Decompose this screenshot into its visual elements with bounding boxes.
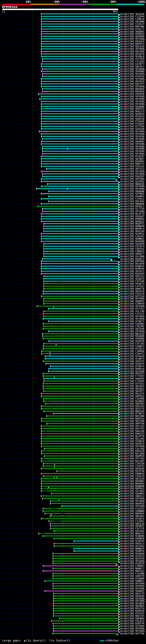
alignment-start-tick [41,353,42,355]
alignment-start-tick [41,78,41,80]
alignment-bar [45,356,118,356]
alignment-bar [41,24,118,24]
alignment-start-tick [51,492,52,494]
alignment-bar [41,473,118,474]
alignment-bar [44,391,118,392]
alignment-start-tick [41,425,41,427]
hit-row: UniRef100_Q4T7U6 [0,632,146,635]
subject-gap-thin-segment [45,461,47,462]
subject-gap-thin-segment [51,509,57,509]
alignment-start-tick [44,223,44,225]
alignment-start-tick [41,23,41,25]
alignment-bar [54,546,118,546]
alignment-start-tick [41,450,42,452]
alignment-start-tick [48,190,49,192]
alignment-bar [43,346,118,346]
alignment-bar [41,46,118,47]
alignment-start-tick [53,608,54,610]
alignment-bar [54,616,118,616]
alignment-bar [43,338,118,339]
alignment-start-tick [41,48,41,50]
alignment-start-tick [41,13,41,15]
alignment-bar [53,623,118,624]
scale-label: ~80% [109,0,116,3]
alignment-bar [44,256,118,257]
alignment-bar [54,413,118,414]
alignment-bar [43,91,118,92]
alignment-bar [43,146,118,147]
alignment-bar [41,36,118,37]
alignment-start-tick [41,260,41,262]
alignment-bar [41,241,118,242]
alignment-bar [42,353,118,354]
alignment-start-tick [53,630,54,632]
alignment-start-tick [41,63,41,65]
alignment-bar [41,486,118,486]
alignment-mid-tick [67,188,68,190]
alignment-bar [41,478,118,479]
alignment-bar [42,481,118,482]
subject-gap-thin-segment [43,490,47,491]
subject-gap-thin-segment [43,491,47,492]
alignment-bar [43,211,118,212]
alignment-start-tick [44,300,44,302]
alignment-start-tick [44,228,44,230]
alignment-start-tick [44,245,44,248]
alignment-start-tick [41,430,41,432]
alignment-bar [51,500,118,502]
subject-gap-thin-segment [51,508,57,508]
alignment-start-tick [44,390,44,392]
alignment-start-tick [44,343,44,345]
alignment-start-tick [53,610,54,612]
alignment-start-tick [42,498,43,500]
alignment-start-tick [41,86,41,88]
scale-swatch-icon [100,640,104,641]
hit-label[interactable]: UniRef100_Q4T7U6 [120,632,145,635]
alignment-start-tick [53,600,54,602]
alignment-start-tick [43,328,43,330]
alignment-start-tick [54,530,54,532]
alignment-start-tick [44,253,44,255]
alignment-start-tick [45,358,45,360]
alignment-bar [44,278,118,279]
alignment-bar [42,418,118,419]
alignment-start-tick [41,16,41,18]
alignment-bar [44,343,118,344]
alignment-bar [41,128,118,129]
alignment-start-tick [44,243,44,245]
alignment-bar [43,293,118,294]
alignment-start-tick [41,468,41,470]
alignment-start-tick [41,140,41,142]
alignment-bar [54,630,118,632]
alignment-start-tick [74,540,74,542]
alignment-bar [39,533,118,534]
alignment-bar [43,388,118,389]
alignment-bar [44,298,118,299]
alignment-bar [43,386,118,386]
alignment-bar [62,506,118,506]
alignment-start-tick [44,278,44,280]
alignment-bar [41,233,118,234]
alignment-bar [41,236,118,237]
alignment-start-tick [41,460,41,462]
alignment-start-tick [53,412,54,415]
alignment-bar [43,258,110,259]
alignment-bar [41,441,118,442]
alignment-start-tick [41,235,41,237]
subject-gap-thin-segment [45,450,47,451]
alignment-start-tick [53,622,53,624]
alignment-start-tick [43,360,43,362]
alignment-start-tick [53,592,54,595]
alignment-start-tick [41,143,41,145]
alignment-bar [54,593,118,594]
legend-gaps-subject: (in Subject) [47,639,70,642]
alignment-start-tick [50,523,51,525]
alignment-start-tick [53,602,54,604]
alignment-start-tick [43,375,43,377]
alignment-bar [43,348,118,349]
alignment-bar [42,453,118,454]
alignment-start-tick [44,400,44,402]
alignment-bar [41,56,118,57]
alignment-start-tick [41,220,41,222]
alignment-start-tick [53,572,53,574]
